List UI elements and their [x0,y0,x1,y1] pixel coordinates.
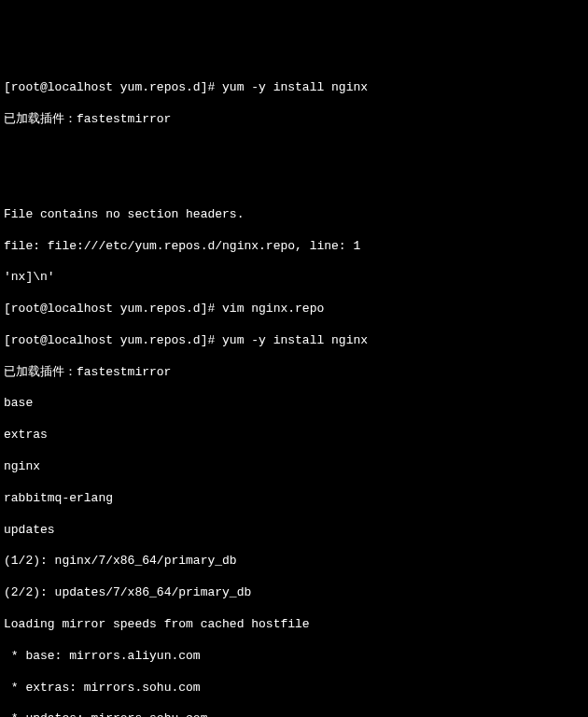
terminal-line: base [4,396,584,412]
terminal-line: updates [4,523,584,539]
terminal-line [4,176,584,191]
terminal-line: extras [4,428,584,443]
terminal-output: [root@localhost yum.repos.d]# yum -y ins… [4,65,584,717]
terminal-line: [root@localhost yum.repos.d]# vim nginx.… [4,302,584,317]
terminal-line: 已加载插件：fastestmirror [4,365,584,381]
terminal-line: rabbitmq-erlang [4,491,584,507]
terminal-line: file: file:///etc/yum.repos.d/nginx.repo… [4,239,584,255]
terminal-line: (1/2): nginx/7/x86_64/primary_db [4,554,584,569]
terminal-line [4,144,584,160]
terminal-line: [root@localhost yum.repos.d]# yum -y ins… [4,333,584,349]
terminal-line: [root@localhost yum.repos.d]# yum -y ins… [4,80,584,96]
terminal-line: File contains no section headers. [4,207,584,223]
terminal-line: 'nx]\n' [4,270,584,286]
terminal-line: * updates: mirrors.sohu.com [4,711,584,717]
terminal-line: 已加载插件：fastestmirror [4,112,584,128]
terminal-line: nginx [4,459,584,475]
terminal-line: Loading mirror speeds from cached hostfi… [4,617,584,633]
terminal-line: * base: mirrors.aliyun.com [4,649,584,665]
terminal-line: (2/2): updates/7/x86_64/primary_db [4,585,584,601]
terminal-line: * extras: mirrors.sohu.com [4,681,584,696]
